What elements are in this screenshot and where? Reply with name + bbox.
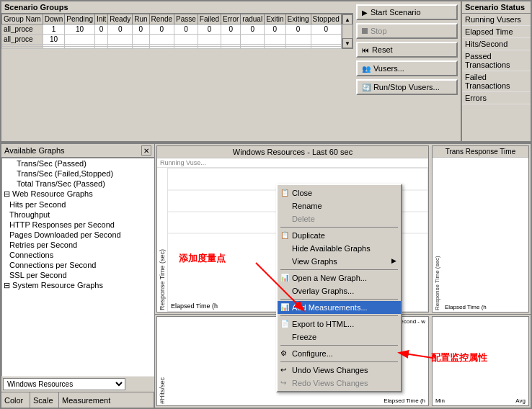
duplicate-icon: 📋: [280, 231, 289, 239]
menu-item-undo[interactable]: ↩ Undo Views Changes: [278, 364, 401, 377]
scroll-up-button[interactable]: ▲: [342, 14, 353, 24]
tree-item-trans-sec-failed[interactable]: Trans/Sec (Failed,Stopped): [2, 168, 154, 179]
tree-item-retries[interactable]: Retries per Second: [2, 240, 154, 250]
configure-icon: ⚙: [280, 349, 287, 357]
system-resource-dropdown[interactable]: Windows Resources: [3, 378, 125, 390]
col-pending: Pending: [65, 14, 95, 24]
start-scenario-button[interactable]: ▶ Start Scenario: [356, 4, 458, 20]
scale-label: Scale: [30, 392, 59, 408]
scenario-status-panel: Scenario Status Running Vusers Elapsed T…: [462, 0, 532, 143]
scenario-controls-panel: ▶ Start Scenario Stop ⏮ Reset 👥 Vusers..…: [353, 0, 462, 143]
color-label: Color: [1, 392, 30, 408]
menu-item-close[interactable]: 📋 Close: [278, 186, 401, 199]
running-vusers-text: Running Vuse...: [160, 159, 206, 166]
menu-item-redo[interactable]: ↪ Redo Views Changes: [278, 377, 401, 390]
col-init: Init: [94, 14, 107, 24]
menu-item-rename[interactable]: Rename: [278, 199, 401, 212]
context-menu: 📋 Close Rename Delete 📋 Duplicate Hide A…: [276, 184, 402, 392]
col-ready: Ready: [108, 14, 133, 24]
scenario-groups-table: Group Nam Down Pending Init Ready Run Re…: [1, 14, 342, 49]
bottom-right-x-label: Min: [435, 397, 445, 404]
tree-item-hits-per-second[interactable]: Hits per Second: [2, 199, 154, 210]
trans-graph-content: Response Time (sec) Elapsed Time (h: [433, 158, 528, 312]
menu-item-hide-available-graphs[interactable]: Hide Available Graphs: [278, 242, 401, 255]
vusers-label: Vusers...: [373, 64, 404, 73]
status-running-vusers: Running Vusers: [462, 14, 531, 26]
col-exiting2: Exiting: [285, 14, 311, 24]
available-graphs-title: Available Graphs: [4, 146, 65, 155]
reset-icon: ⏮: [362, 46, 369, 54]
run-stop-label: Run/Stop Vusers...: [373, 83, 440, 91]
status-hits-second: Hits/Second: [462, 38, 531, 50]
menu-item-add-measurements[interactable]: 📊 Add Measurements...: [278, 301, 401, 314]
start-label: Start Scenario: [371, 8, 421, 17]
close-available-graphs-button[interactable]: ✕: [141, 145, 151, 156]
table-row: all_proce 1 10 0 0 0 0 0 0 0 0 0: [2, 24, 342, 35]
scrollbar-vertical[interactable]: ▲ ▼: [342, 14, 353, 49]
stop-label: Stop: [371, 27, 387, 35]
graphs-tree: Trans/Sec (Passed) Trans/Sec (Failed,Sto…: [1, 158, 154, 377]
available-graphs-header: Available Graphs ✕: [1, 144, 154, 158]
reset-button[interactable]: ⏮ Reset: [356, 42, 458, 58]
trans-response-title: Trans Response Time: [433, 146, 528, 158]
hits-x-label: Elapsed Time (h: [384, 397, 425, 404]
status-passed-transactions: Passed Transactions: [462, 50, 531, 71]
trans-y-label: Response Time (sec): [433, 158, 442, 312]
table-row: [2, 47, 342, 49]
col-run: Run: [133, 14, 149, 24]
reset-label: Reset: [372, 45, 393, 54]
tree-section-web-resource[interactable]: ⊟ Web Resource Graphs: [2, 189, 154, 199]
running-vusers-row: Running Vuse...: [157, 158, 428, 168]
col-passe: Passe: [174, 14, 198, 24]
separator-5: [280, 345, 398, 346]
col-error: Error: [221, 14, 241, 24]
tree-section-system-resource[interactable]: ⊟ System Resource Graphs: [2, 280, 154, 291]
close-menu-icon: 📋: [280, 189, 289, 197]
available-graphs-panel: Available Graphs ✕ Trans/Sec (Passed) Tr…: [0, 144, 155, 409]
tree-item-connections-per-second[interactable]: Connections per Second: [2, 260, 154, 270]
run-stop-vusers-button[interactable]: 🔄 Run/Stop Vusers...: [356, 79, 458, 95]
undo-icon: ↩: [280, 366, 286, 374]
tree-item-connections[interactable]: Connections: [2, 250, 154, 260]
bottom-right-avg-label: Avg: [515, 397, 526, 404]
run-stop-icon: 🔄: [362, 84, 371, 91]
trans-x-label: Elapsed Time (h: [445, 304, 487, 310]
configure-annotation: 配置监控属性: [431, 351, 487, 364]
separator-4: [280, 315, 398, 316]
x-axis-label: Elapsed Time (h: [171, 302, 218, 310]
vusers-button[interactable]: 👥 Vusers...: [356, 60, 458, 76]
stop-button[interactable]: Stop: [356, 23, 458, 39]
trans-response-graph: Trans Response Time Response Time (sec) …: [432, 145, 529, 313]
stop-icon: [362, 28, 368, 34]
menu-item-open-new-graph[interactable]: 📊 Open a New Graph...: [278, 271, 401, 284]
menu-item-delete[interactable]: Delete: [278, 212, 401, 225]
add-measurement-annotation: 添加度量点: [179, 252, 226, 265]
tree-item-http-responses[interactable]: HTTP Responses per Second: [2, 220, 154, 230]
status-errors: Errors: [462, 92, 531, 104]
col-groupname: Group Nam: [2, 14, 43, 24]
col-radual: radual: [241, 14, 265, 24]
menu-item-freeze[interactable]: Freeze: [278, 331, 401, 343]
tree-item-ssl[interactable]: SSL per Second: [2, 270, 154, 280]
tree-item-throughput[interactable]: Throughput: [2, 210, 154, 220]
scenario-groups-title: Scenario Groups: [1, 1, 353, 14]
col-down: Down: [43, 14, 65, 24]
menu-item-overlay-graphs[interactable]: Overlay Graphs...: [278, 284, 401, 297]
tree-item-total-trans-sec[interactable]: Total Trans/Sec (Passed): [2, 179, 154, 189]
status-failed-transactions: Failed Transactions: [462, 71, 531, 92]
menu-item-view-graphs[interactable]: View Graphs: [278, 255, 401, 268]
open-graph-icon: 📊: [280, 274, 289, 282]
col-stopped: Stopped: [311, 14, 341, 24]
y-axis-label: Response Time (sec): [157, 168, 167, 312]
tree-item-pages-downloaded[interactable]: Pages Downloaded per Second: [2, 230, 154, 240]
tree-item-trans-sec-passed[interactable]: Trans/Sec (Passed): [2, 158, 154, 168]
menu-item-configure[interactable]: ⚙ Configure...: [278, 347, 401, 360]
menu-item-duplicate[interactable]: 📋 Duplicate: [278, 229, 401, 242]
windows-resources-title: Windows Resources - Last 60 sec: [157, 146, 428, 158]
menu-item-export-html[interactable]: 📄 Export to HTML...: [278, 318, 401, 331]
scroll-down-button[interactable]: ▼: [342, 38, 353, 48]
vusers-icon: 👥: [362, 65, 371, 73]
col-rende: Rende: [149, 14, 174, 24]
separator-1: [280, 227, 398, 228]
export-icon: 📄: [280, 320, 289, 328]
